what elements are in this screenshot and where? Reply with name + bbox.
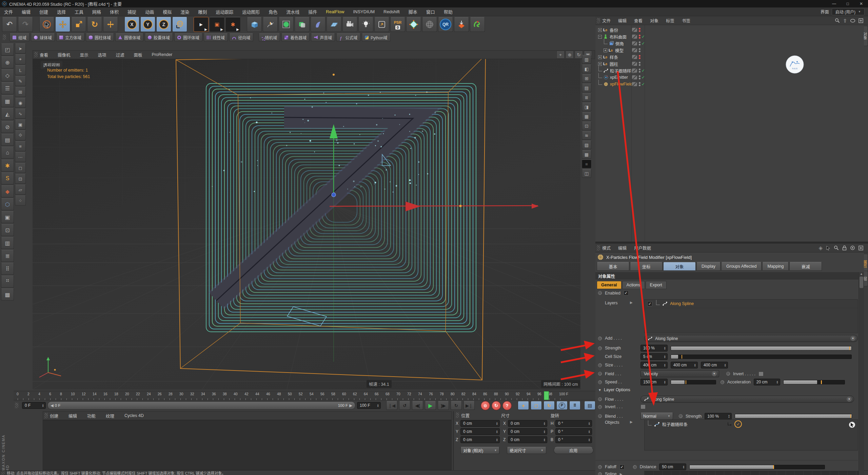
layout-icon[interactable]: ■ xyxy=(582,159,591,168)
left-tool-icon[interactable]: ◇ xyxy=(1,69,14,81)
layout-icon[interactable]: ≋ xyxy=(582,131,591,140)
strength-slider[interactable] xyxy=(671,346,852,350)
menu-item[interactable]: 运动跟踪 xyxy=(216,8,233,15)
key-position-button[interactable]: + xyxy=(518,401,529,410)
object-label[interactable]: 模型 xyxy=(615,47,624,54)
tab-object-manager[interactable]: 对象 xyxy=(864,26,868,46)
bake-button[interactable] xyxy=(454,17,469,32)
menu-item[interactable]: 动画 xyxy=(145,8,154,15)
left-tool-icon[interactable]: ✎ xyxy=(15,76,26,86)
viewport-menu-item[interactable]: 选项 xyxy=(98,52,106,58)
viewport-menu-item[interactable]: 查看 xyxy=(40,52,48,58)
layout-icon[interactable]: ▤ xyxy=(582,83,591,92)
menu-item[interactable]: 插件 xyxy=(308,8,317,15)
object-label[interactable]: xpFlowField xyxy=(610,82,633,87)
acceleration-field[interactable]: 20 cm▲▼ xyxy=(754,379,780,385)
key-pla-button[interactable]: ⠿ xyxy=(569,401,580,410)
layout-icon[interactable]: ◧ xyxy=(582,64,591,73)
toolbar-grip[interactable] xyxy=(3,35,6,40)
scroll-up-icon[interactable]: ▲ xyxy=(859,272,864,276)
menu-item[interactable]: 创建 xyxy=(39,8,48,15)
left-tool-icon[interactable]: ⠿ xyxy=(1,263,14,275)
keyframe-circle[interactable] xyxy=(721,380,724,384)
maximize-button[interactable]: □ xyxy=(841,0,854,7)
left-tool-icon[interactable]: ▦ xyxy=(1,95,14,107)
layers-listbox[interactable]: ✓ Along Spline xyxy=(644,299,858,333)
qr-button[interactable]: QR xyxy=(438,17,453,32)
am-scrollbar[interactable]: ▲ xyxy=(859,272,864,475)
layout-icon[interactable]: ≣ xyxy=(582,93,591,102)
size-mode-dropdown[interactable]: 绝对尺寸▼ xyxy=(507,447,546,454)
material-list-area[interactable] xyxy=(43,420,452,470)
menu-item[interactable]: 捕捉 xyxy=(127,8,136,15)
expand-toggle[interactable]: + xyxy=(604,49,607,52)
material-menu-item[interactable]: 编辑 xyxy=(68,413,77,419)
keyframe-circle[interactable] xyxy=(598,337,602,340)
left-tool-icon[interactable]: ⠛ xyxy=(1,276,14,288)
rot-h-field[interactable]: 0 °▲▼ xyxy=(555,420,592,427)
object-row[interactable]: xpFlowField✓ xyxy=(595,81,868,88)
cellsize-field[interactable]: 5 cm▲▼ xyxy=(640,353,668,360)
om-search-icon[interactable] xyxy=(835,18,840,23)
lock-z-button[interactable]: Z xyxy=(156,17,171,32)
layout-icon[interactable]: ▧ xyxy=(582,140,591,149)
pos-y-field[interactable]: 0 cm▲▼ xyxy=(460,428,500,435)
layer-color-chip[interactable] xyxy=(632,35,637,39)
light-button[interactable] xyxy=(358,17,373,32)
play-button[interactable]: ▶ xyxy=(425,401,436,410)
tab-falloff[interactable]: 衰减 xyxy=(789,262,822,271)
layer-item-label[interactable]: Along Spline xyxy=(670,301,694,306)
visibility-dots[interactable] xyxy=(639,55,640,59)
left-tool-icon[interactable]: ⬡ xyxy=(1,198,14,210)
viewport-menu-item[interactable]: 摄像机 xyxy=(58,52,71,58)
menu-item[interactable]: 网格 xyxy=(92,8,101,15)
rot-p-field[interactable]: 0 °▲▼ xyxy=(555,428,592,435)
keyframe-circle[interactable] xyxy=(598,465,602,469)
field-button-2[interactable]: 球体域 xyxy=(31,33,55,41)
key-rotation-button[interactable]: ↻ xyxy=(544,401,555,410)
am-pick-icon[interactable] xyxy=(826,246,830,250)
menu-item[interactable]: 流水线 xyxy=(286,8,299,15)
tab-groups-affected[interactable]: Groups Affected xyxy=(721,262,762,271)
autokey-button[interactable]: ↻ xyxy=(492,401,501,410)
material-menu-item[interactable]: Cycles 4D xyxy=(124,413,144,418)
field-button-5[interactable]: 圆锥体域 xyxy=(115,33,143,41)
size-x-field[interactable]: 0 cm▲▼ xyxy=(508,420,547,427)
object-row[interactable]: −布料曲面✓ xyxy=(595,33,868,40)
scrollbar-thumb[interactable] xyxy=(860,277,863,288)
left-tool-icon[interactable]: ⌂ xyxy=(1,147,14,159)
left-tool-icon[interactable]: ▥ xyxy=(1,237,14,249)
menu-item[interactable]: 选择 xyxy=(57,8,66,15)
visibility-dots[interactable] xyxy=(639,48,640,52)
wire-sphere-button[interactable] xyxy=(422,17,437,32)
object-row[interactable]: +L0圆柱 xyxy=(595,60,868,67)
left-tool-icon[interactable]: ◭ xyxy=(1,108,14,120)
keyframe-circle[interactable] xyxy=(598,363,602,367)
left-tool-icon[interactable]: ▱ xyxy=(15,185,26,195)
strength2-slider[interactable] xyxy=(735,414,852,418)
left-tool-icon[interactable]: ◰ xyxy=(1,43,14,56)
om-menu-item[interactable]: 查看 xyxy=(634,17,643,24)
left-tool-icon[interactable]: ▤ xyxy=(1,134,14,146)
menu-item[interactable]: 雕刻 xyxy=(198,8,207,15)
size-z-field[interactable]: 400 cm▲▼ xyxy=(701,362,728,368)
visibility-dots[interactable] xyxy=(639,28,640,32)
spline-expand-icon[interactable]: ▶ xyxy=(620,472,623,475)
enabled-checkbox[interactable]: ✓ xyxy=(624,290,629,296)
keyframe-circle[interactable] xyxy=(598,414,602,418)
render-view-button[interactable]: ▶▶ xyxy=(194,17,209,32)
left-tool-icon[interactable]: ≣ xyxy=(1,250,14,262)
timeline-playhead[interactable] xyxy=(544,391,549,400)
cloth-button[interactable] xyxy=(406,17,421,32)
field-button-1[interactable]: 组域 xyxy=(9,33,29,41)
left-tool-icon[interactable]: ⊘ xyxy=(1,121,14,133)
viewport-canvas[interactable]: 透视视图 Number of emitters: 1 Total live pa… xyxy=(33,59,580,390)
om-menu-item[interactable]: 编辑 xyxy=(618,17,627,24)
subdivision-surface-button[interactable] xyxy=(279,17,294,32)
subtab-actions[interactable]: Actions xyxy=(622,281,645,289)
layer-color-chip[interactable] xyxy=(632,69,637,73)
menu-item[interactable]: RealFlow xyxy=(326,9,344,14)
include-check-icon[interactable]: ✓ xyxy=(734,420,742,428)
om-top-level-icon[interactable]: ⇧ xyxy=(843,18,847,23)
keyframe-circle[interactable] xyxy=(598,291,602,295)
